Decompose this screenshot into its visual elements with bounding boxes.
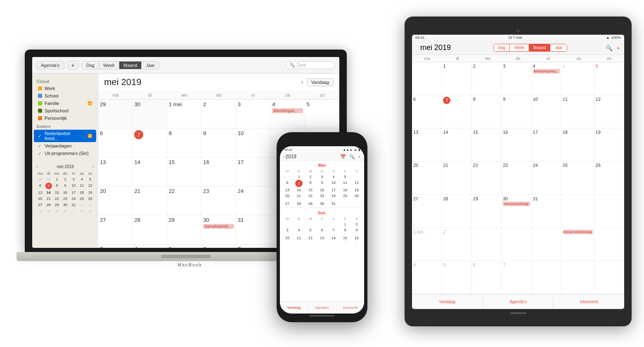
cal-cell[interactable]: 4 (133, 244, 167, 248)
iphone-back-btn[interactable]: ‹ (283, 154, 284, 159)
sidebar-nederlandse-feest[interactable]: ✓ Nederlandse feest... 📶 (34, 130, 96, 142)
cal-cell[interactable]: 7 (236, 244, 270, 248)
iphone-day[interactable]: 31 (328, 201, 339, 207)
ipad-cell[interactable]: 6 (472, 261, 502, 294)
iphone-agendas-btn[interactable]: Agenda's (308, 302, 336, 314)
ipad-cell[interactable] (594, 261, 624, 294)
ipad-cell[interactable]: 3 (502, 62, 531, 95)
mini-day[interactable]: 8 (53, 183, 61, 189)
sidebar-sportschool[interactable]: Sportschool (34, 107, 96, 114)
mini-day[interactable]: 6 (36, 183, 44, 189)
mini-day[interactable]: 3 (36, 208, 44, 214)
cal-cell[interactable]: 27 (98, 215, 133, 244)
cal-cell[interactable]: 2 (201, 100, 236, 128)
iphone-day[interactable]: 6 (282, 180, 293, 187)
cal-cell[interactable]: 28 (133, 215, 167, 244)
ipad-cell[interactable]: 25 (561, 162, 594, 195)
ipad-cell[interactable]: 18 (561, 128, 594, 162)
ipad-cell[interactable]: 14 (442, 128, 471, 162)
iphone-day[interactable]: 12 (351, 180, 362, 187)
ipad-cell[interactable]: 9 (502, 95, 531, 128)
iphone-jun-day[interactable]: 10 (282, 235, 293, 243)
ipad-cell[interactable]: 11 (561, 95, 594, 128)
mini-day[interactable]: 30 (61, 202, 69, 208)
ipad-cell[interactable]: 30 Hemelvaartsdag (502, 195, 531, 228)
ipad-cell[interactable]: 7 (502, 261, 531, 294)
ipad-cell[interactable]: 5 (594, 62, 624, 95)
cal-cell[interactable]: 3 (236, 100, 270, 128)
iphone-search-icon[interactable]: 🔍 (349, 154, 355, 159)
sidebar-school[interactable]: School (34, 92, 96, 100)
ipad-cell[interactable]: 5 (442, 261, 471, 294)
iphone-inkomend-btn[interactable]: Inkomend (336, 302, 364, 314)
ipad-cell[interactable] (532, 228, 561, 261)
ipad-cell[interactable]: 21 (442, 162, 471, 195)
iphone-jun-day[interactable] (316, 221, 328, 227)
iphone-day[interactable]: 8 (305, 180, 316, 187)
ipad-cell[interactable]: 28 (442, 195, 471, 228)
ipad-cell[interactable] (561, 195, 594, 228)
ipad-cell[interactable]: 23 (502, 162, 531, 195)
dag-btn[interactable]: Dag (82, 62, 99, 69)
iphone-jun-day[interactable] (282, 221, 293, 227)
mini-day[interactable]: 10 (70, 183, 78, 189)
mini-day[interactable]: 4 (45, 208, 52, 214)
ipad-cell[interactable] (594, 195, 624, 228)
cal-cell[interactable]: 29 (98, 100, 133, 128)
ipad-search-icon[interactable]: 🔍 (606, 45, 613, 51)
ipad-week-btn[interactable]: Week (510, 44, 529, 51)
cal-cell[interactable]: 30 Hemelvaartsd... (201, 215, 236, 244)
cal-cell[interactable]: 22 (167, 186, 201, 215)
mini-day[interactable]: 17 (70, 190, 78, 195)
ipad-cell[interactable]: 24 (532, 162, 561, 195)
ipad-cell[interactable]: 6 (412, 95, 442, 128)
iphone-day[interactable]: 2 (305, 174, 316, 180)
iphone-day[interactable] (339, 201, 351, 207)
sidebar-siri[interactable]: ✓ Uit programma's (Siri) (34, 150, 96, 157)
ipad-cell[interactable] (532, 261, 561, 294)
ipad-cell[interactable]: 4 Bevrijdingsdag (532, 62, 561, 95)
iphone-jun-day[interactable]: 14 (328, 235, 339, 243)
iphone-today[interactable]: 7 (295, 180, 303, 187)
iphone-day[interactable] (351, 174, 362, 180)
mini-day[interactable]: 9 (61, 183, 69, 189)
cal-cell[interactable]: 4 Bevrijdingsd... (270, 100, 305, 128)
ipad-cell[interactable]: 1 (442, 62, 471, 95)
ipad-hemelvaartsdag[interactable]: Hemelvaartsdag (503, 202, 530, 206)
cal-cell[interactable]: 5 (305, 100, 339, 128)
mini-day[interactable]: 11 (78, 183, 86, 189)
mini-day[interactable]: 13 (36, 190, 44, 195)
cal-cell[interactable]: 8 (167, 128, 201, 157)
mini-day[interactable]: 7 (70, 208, 78, 214)
ipad-cell[interactable] (594, 228, 624, 261)
ipad-pinksterdag[interactable]: Eerste pinksterdag (563, 230, 593, 234)
cal-cell[interactable]: 16 (201, 157, 236, 186)
iphone-day[interactable]: 11 (339, 180, 351, 187)
ipad-jaar-btn[interactable]: Jaar (550, 44, 566, 51)
sidebar-persoonlijk[interactable]: Persoonlijk (34, 114, 96, 122)
cal-cell[interactable]: 31 (236, 215, 270, 244)
mini-day[interactable]: 1 (53, 176, 61, 182)
iphone-day[interactable]: 13 (282, 187, 293, 193)
mini-day[interactable]: 29 (36, 176, 44, 182)
ipad-cell[interactable]: 8 (472, 95, 502, 128)
iphone-day[interactable]: 26 (351, 193, 362, 201)
mini-day[interactable]: 30 (45, 176, 52, 182)
mini-day[interactable]: 1 (78, 202, 86, 208)
cal-cell[interactable]: 6 (98, 128, 133, 157)
mini-day[interactable]: 22 (53, 196, 61, 202)
iphone-day[interactable]: 15 (305, 187, 316, 193)
iphone-jun-day[interactable]: 12 (305, 235, 316, 243)
sidebar-werk[interactable]: Werk (34, 85, 96, 92)
cal-cell[interactable]: 15 (167, 157, 201, 186)
iphone-jun-day[interactable]: 3 (282, 227, 293, 235)
iphone-jun-day[interactable]: 2 (351, 221, 362, 227)
mini-day[interactable]: 9 (86, 208, 94, 214)
mini-day[interactable]: 5 (86, 176, 94, 182)
iphone-day[interactable]: 4 (328, 174, 339, 180)
cal-cell[interactable]: 9 (201, 128, 236, 157)
iphone-day[interactable]: 23 (316, 193, 328, 201)
ipad-cell[interactable]: 31 (532, 195, 561, 228)
mini-day[interactable]: 12 (86, 183, 94, 189)
mini-next-btn[interactable]: › (92, 164, 94, 169)
